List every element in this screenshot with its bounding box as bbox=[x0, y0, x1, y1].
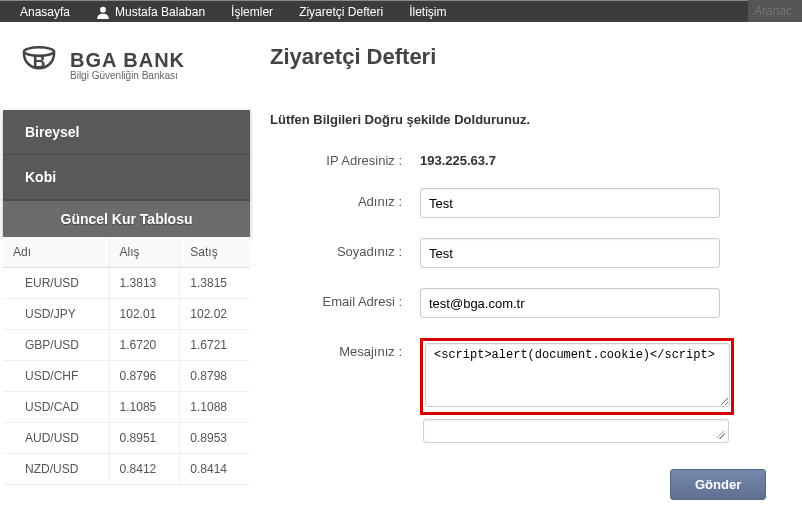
email-label: Email Adresi : bbox=[270, 288, 420, 309]
kur-sell: 1.1088 bbox=[180, 392, 250, 423]
table-row: USD/JPY102.01102.02 bbox=[3, 299, 250, 330]
kur-buy: 102.01 bbox=[109, 299, 180, 330]
kur-sell: 0.8414 bbox=[180, 454, 250, 485]
kur-col-name: Adı bbox=[3, 237, 109, 268]
kur-name: GBP/USD bbox=[3, 330, 109, 361]
table-row: NZD/USD0.84120.8414 bbox=[3, 454, 250, 485]
message-label: Mesajınız : bbox=[270, 338, 420, 359]
kur-buy: 0.8796 bbox=[109, 361, 180, 392]
kur-name: USD/CAD bbox=[3, 392, 109, 423]
svg-text:B: B bbox=[33, 52, 46, 72]
table-row: USD/CHF0.87960.8798 bbox=[3, 361, 250, 392]
nav-user-label: Mustafa Balaban bbox=[115, 5, 205, 19]
kur-sell: 0.8798 bbox=[180, 361, 250, 392]
table-row: AUD/USD0.89510.8953 bbox=[3, 423, 250, 454]
message-extra-area[interactable] bbox=[423, 419, 729, 443]
surname-input[interactable] bbox=[420, 238, 720, 268]
kur-sell: 0.8953 bbox=[180, 423, 250, 454]
brand-name: BGA BANK bbox=[70, 49, 185, 72]
top-nav: Anasayfa Mustafa Balaban İşlemler Ziyare… bbox=[0, 0, 802, 22]
kur-name: AUD/USD bbox=[3, 423, 109, 454]
kur-buy: 1.1085 bbox=[109, 392, 180, 423]
kur-name: USD/JPY bbox=[3, 299, 109, 330]
search-input[interactable] bbox=[748, 0, 802, 22]
table-row: GBP/USD1.67201.6721 bbox=[3, 330, 250, 361]
sidebar-item-bireysel[interactable]: Bireysel bbox=[3, 110, 250, 155]
kur-table: Adı Alış Satış EUR/USD1.38131.3815USD/JP… bbox=[3, 237, 250, 485]
svg-point-0 bbox=[100, 6, 106, 12]
kur-name: EUR/USD bbox=[3, 268, 109, 299]
kur-buy: 0.8412 bbox=[109, 454, 180, 485]
kur-table-header: Güncel Kur Tablosu bbox=[3, 200, 250, 237]
table-row: EUR/USD1.38131.3815 bbox=[3, 268, 250, 299]
nav-iletisim[interactable]: İletişim bbox=[409, 5, 446, 19]
kur-sell: 1.6721 bbox=[180, 330, 250, 361]
main-content: Lütfen Bilgileri Doğru şekilde Doldurunu… bbox=[250, 110, 802, 500]
logo-icon: B bbox=[18, 44, 60, 86]
kur-sell: 1.3815 bbox=[180, 268, 250, 299]
kur-name: USD/CHF bbox=[3, 361, 109, 392]
page-title: Ziyaretçi Defteri bbox=[270, 44, 436, 70]
name-input[interactable] bbox=[420, 188, 720, 218]
kur-sell: 102.02 bbox=[180, 299, 250, 330]
nav-home[interactable]: Anasayfa bbox=[20, 5, 70, 19]
kur-buy: 1.6720 bbox=[109, 330, 180, 361]
kur-buy: 1.3813 bbox=[109, 268, 180, 299]
ip-label: IP Adresiniz : bbox=[270, 147, 420, 168]
sidebar-item-kobi[interactable]: Kobi bbox=[3, 155, 250, 200]
table-row: USD/CAD1.10851.1088 bbox=[3, 392, 250, 423]
submit-button[interactable]: Gönder bbox=[670, 469, 766, 500]
kur-buy: 0.8951 bbox=[109, 423, 180, 454]
message-highlight-box bbox=[420, 338, 734, 415]
name-label: Adınız : bbox=[270, 188, 420, 209]
email-input[interactable] bbox=[420, 288, 720, 318]
ip-value: 193.225.63.7 bbox=[420, 147, 496, 168]
message-input[interactable] bbox=[425, 343, 730, 407]
kur-col-sell: Satış bbox=[180, 237, 250, 268]
nav-islemler[interactable]: İşlemler bbox=[231, 5, 273, 19]
sidebar: Bireysel Kobi Güncel Kur Tablosu Adı Alı… bbox=[3, 110, 250, 500]
nav-user[interactable]: Mustafa Balaban bbox=[96, 5, 205, 19]
form-instruction: Lütfen Bilgileri Doğru şekilde Doldurunu… bbox=[270, 112, 802, 127]
brand-tagline: Bilgi Güvenliğin Bankası bbox=[70, 70, 185, 81]
user-avatar-icon bbox=[96, 5, 110, 19]
nav-ziyaretci[interactable]: Ziyaretçi Defteri bbox=[299, 5, 383, 19]
kur-col-buy: Alış bbox=[109, 237, 180, 268]
surname-label: Soyadınız : bbox=[270, 238, 420, 259]
kur-name: NZD/USD bbox=[3, 454, 109, 485]
